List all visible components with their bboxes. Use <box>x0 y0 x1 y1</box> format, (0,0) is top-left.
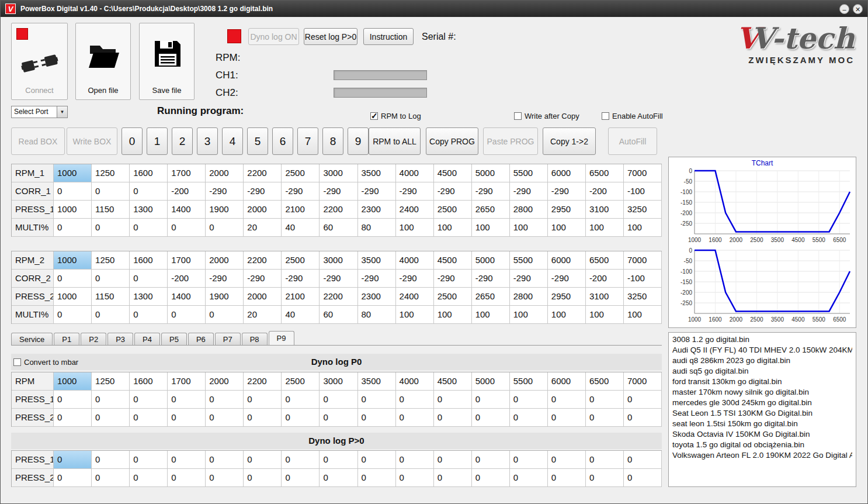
tab-p7[interactable]: P7 <box>215 333 241 345</box>
table-cell[interactable]: -200 <box>586 182 624 201</box>
table-cell[interactable]: 0 <box>92 409 130 427</box>
file-item[interactable]: Skoda Octavia IV 150KM Go Digital.bin <box>672 429 852 440</box>
table-cell[interactable]: -290 <box>320 270 357 288</box>
table-cell[interactable]: 0 <box>206 306 244 324</box>
instruction-button[interactable]: Instruction <box>363 28 414 45</box>
file-item[interactable]: Audi Q5 II (FY FL) 40 TDI MHEV 2.0 150kW… <box>672 345 852 355</box>
table-cell[interactable]: 0 <box>206 451 244 469</box>
table-cell[interactable]: 1000 <box>54 251 92 270</box>
table-cell[interactable]: 0 <box>624 451 662 469</box>
table-cell[interactable]: 0 <box>206 409 244 427</box>
table-cell[interactable]: 100 <box>624 306 662 324</box>
table-cell[interactable]: 2300 <box>358 288 396 306</box>
table-cell[interactable]: 100 <box>396 219 434 237</box>
table-cell[interactable]: 0 <box>510 451 548 469</box>
table-cell[interactable]: 0 <box>168 451 206 469</box>
table-cell[interactable]: 4500 <box>434 372 472 391</box>
table-cell[interactable]: 0 <box>358 391 396 409</box>
digit-button-3[interactable]: 3 <box>197 127 218 155</box>
table-cell[interactable]: 0 <box>434 391 472 409</box>
table-cell[interactable]: 0 <box>92 182 130 201</box>
table-cell[interactable]: -290 <box>510 182 548 201</box>
table-cell[interactable]: 1000 <box>54 164 92 182</box>
table-cell[interactable]: 7000 <box>624 251 662 270</box>
table-cell[interactable]: -290 <box>472 270 510 288</box>
table-cell[interactable]: 1700 <box>168 372 206 391</box>
table-cell[interactable]: 60 <box>320 219 357 237</box>
table-cell[interactable]: 7000 <box>624 372 662 391</box>
autofill-button[interactable]: AutoFill <box>608 127 657 155</box>
table-cell[interactable]: 6500 <box>586 251 624 270</box>
table-cell[interactable]: 1150 <box>92 288 130 306</box>
table-cell[interactable]: 1300 <box>130 201 168 219</box>
file-item[interactable]: ford transit 130km go digital.bin <box>672 377 852 387</box>
table-cell[interactable]: 2650 <box>472 288 510 306</box>
table-cell[interactable]: 0 <box>130 391 168 409</box>
table-cell[interactable]: -290 <box>472 182 510 201</box>
tab-p4[interactable]: P4 <box>134 333 160 345</box>
table-cell[interactable]: 0 <box>54 391 92 409</box>
table-cell[interactable]: 1600 <box>130 164 168 182</box>
table-cell[interactable]: 4000 <box>396 164 434 182</box>
table-cell[interactable]: 0 <box>396 409 434 427</box>
table-cell[interactable]: 2100 <box>282 201 320 219</box>
table-cell[interactable]: 1250 <box>92 164 130 182</box>
table-cell[interactable]: 2000 <box>206 251 244 270</box>
rpm-to-log-checkbox-box[interactable] <box>370 112 378 120</box>
tab-p2[interactable]: P2 <box>81 333 106 345</box>
table-cell[interactable]: 0 <box>510 469 548 487</box>
table-cell[interactable]: 100 <box>434 306 472 324</box>
read-box-button[interactable]: Read BOX <box>11 127 65 155</box>
table-cell[interactable]: 2200 <box>244 164 282 182</box>
table-cell[interactable]: 1700 <box>168 251 206 270</box>
table-cell[interactable]: 2000 <box>244 201 282 219</box>
table-cell[interactable]: 4000 <box>396 251 434 270</box>
table-cell[interactable]: 5500 <box>510 251 548 270</box>
table-cell[interactable]: 0 <box>244 469 282 487</box>
table-cell[interactable]: -290 <box>244 182 282 201</box>
table-cell[interactable]: 100 <box>472 219 510 237</box>
table-cell[interactable]: 3100 <box>586 201 624 219</box>
table-cell[interactable]: 0 <box>434 469 472 487</box>
table-cell[interactable]: 20 <box>244 219 282 237</box>
table-cell[interactable]: -290 <box>548 270 586 288</box>
table-cell[interactable]: 2000 <box>244 288 282 306</box>
table-cell[interactable]: 0 <box>472 451 510 469</box>
write-after-copy-checkbox-box[interactable] <box>514 112 522 120</box>
table-cell[interactable]: 0 <box>244 451 282 469</box>
table-cell[interactable]: 2000 <box>206 372 244 391</box>
table-cell[interactable]: 100 <box>510 306 548 324</box>
digit-button-0[interactable]: 0 <box>121 127 143 155</box>
table-cell[interactable]: 1400 <box>168 201 206 219</box>
table-cell[interactable]: 1000 <box>54 288 92 306</box>
digit-button-4[interactable]: 4 <box>222 127 243 155</box>
connect-button[interactable]: Connect <box>11 23 68 100</box>
table-cell[interactable]: 0 <box>434 409 472 427</box>
table-cell[interactable]: 0 <box>320 391 357 409</box>
table-cell[interactable]: 0 <box>472 391 510 409</box>
chevron-down-icon[interactable]: ▼ <box>57 106 67 118</box>
table-cell[interactable]: 4000 <box>396 372 434 391</box>
table-cell[interactable]: -290 <box>358 270 396 288</box>
file-item[interactable]: mercedes gle 300d 245km go digital.bin <box>672 398 852 408</box>
table-cell[interactable]: 2300 <box>358 201 396 219</box>
table-cell[interactable]: 100 <box>472 306 510 324</box>
table-cell[interactable]: -200 <box>586 270 624 288</box>
table-cell[interactable]: 0 <box>206 219 244 237</box>
table-cell[interactable]: 6000 <box>548 372 586 391</box>
table-cell[interactable]: 0 <box>92 451 130 469</box>
table-cell[interactable]: 60 <box>320 306 357 324</box>
table-cell[interactable]: 0 <box>54 451 92 469</box>
paste-prog-button[interactable]: Paste PROG <box>483 127 538 155</box>
digit-button-2[interactable]: 2 <box>172 127 193 155</box>
table-cell[interactable]: 80 <box>358 306 396 324</box>
table-cell[interactable]: 0 <box>130 270 168 288</box>
table-cell[interactable]: 2200 <box>320 201 357 219</box>
table-cell[interactable]: 2500 <box>282 164 320 182</box>
table-cell[interactable]: 100 <box>548 306 586 324</box>
enable-autofill-checkbox-box[interactable] <box>602 112 609 120</box>
convert-to-mbar-checkbox[interactable]: Convert to mbar <box>13 358 78 367</box>
table-cell[interactable]: 0 <box>130 182 168 201</box>
table-cell[interactable]: 7000 <box>624 164 662 182</box>
table-cell[interactable]: 0 <box>358 409 396 427</box>
